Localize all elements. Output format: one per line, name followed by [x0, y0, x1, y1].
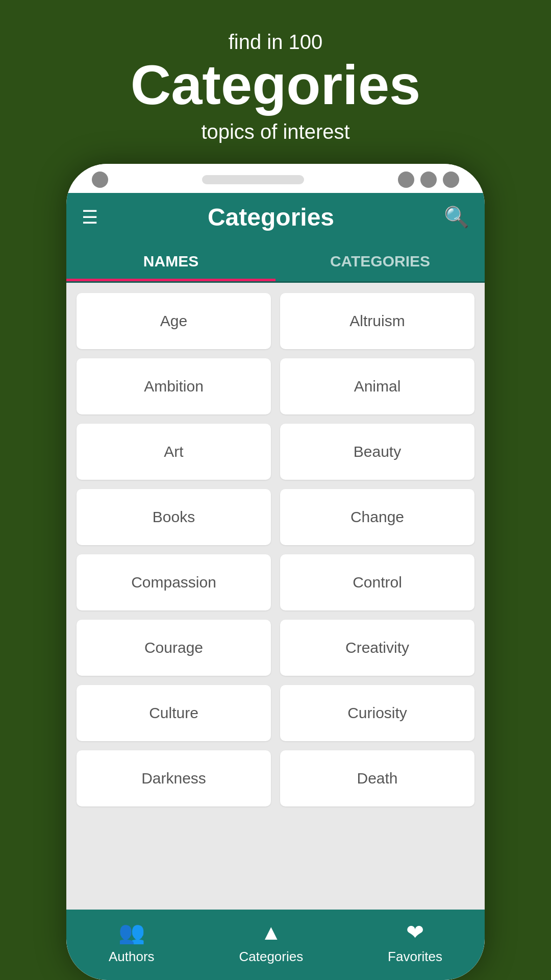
categories-nav-icon: ▲: [261, 920, 282, 945]
app-header: ☰ Categories 🔍: [66, 193, 485, 241]
tab-names[interactable]: NAMES: [66, 241, 276, 281]
category-item-darkness[interactable]: Darkness: [77, 750, 271, 806]
find-text: find in 100: [10, 31, 541, 54]
nav-authors[interactable]: 👥 Authors: [109, 920, 155, 965]
search-icon[interactable]: 🔍: [444, 205, 469, 229]
category-item-courage[interactable]: Courage: [77, 620, 271, 676]
categories-big-title: Categories: [10, 54, 541, 115]
notch-left: [92, 172, 108, 188]
phone-sensor-3: [443, 172, 459, 188]
app-title: Categories: [208, 203, 334, 231]
category-item-death[interactable]: Death: [280, 750, 474, 806]
category-item-curiosity[interactable]: Curiosity: [280, 685, 474, 741]
category-item-art[interactable]: Art: [77, 424, 271, 480]
category-item-control[interactable]: Control: [280, 554, 474, 610]
tabs-bar: NAMES CATEGORIES: [66, 241, 485, 283]
favorites-label: Favorites: [388, 949, 442, 965]
bottom-nav: 👥 Authors ▲ Categories ❤ Favorites: [66, 910, 485, 980]
notch-right: [398, 172, 459, 188]
category-item-ambition[interactable]: Ambition: [77, 358, 271, 414]
category-item-culture[interactable]: Culture: [77, 685, 271, 741]
favorites-icon: ❤: [406, 920, 424, 945]
category-item-altruism[interactable]: Altruism: [280, 293, 474, 349]
phone-notch: [66, 164, 485, 193]
topics-text: topics of interest: [10, 120, 541, 143]
phone-mockup: ☰ Categories 🔍 NAMES CATEGORIES AgeAltru…: [66, 164, 485, 980]
category-item-animal[interactable]: Animal: [280, 358, 474, 414]
promo-header: find in 100 Categories topics of interes…: [0, 0, 551, 164]
category-grid: AgeAltruismAmbitionAnimalArtBeautyBooksC…: [77, 293, 474, 806]
hamburger-icon[interactable]: ☰: [82, 207, 98, 228]
category-item-age[interactable]: Age: [77, 293, 271, 349]
phone-speaker: [202, 175, 304, 184]
authors-icon: 👥: [118, 920, 145, 945]
category-item-creativity[interactable]: Creativity: [280, 620, 474, 676]
authors-label: Authors: [109, 949, 155, 965]
nav-favorites[interactable]: ❤ Favorites: [388, 920, 442, 965]
phone-sensor-2: [420, 172, 437, 188]
category-item-change[interactable]: Change: [280, 489, 474, 545]
content-area: AgeAltruismAmbitionAnimalArtBeautyBooksC…: [66, 283, 485, 910]
categories-nav-label: Categories: [239, 949, 303, 965]
phone-sensor-1: [398, 172, 414, 188]
tab-categories[interactable]: CATEGORIES: [276, 241, 485, 281]
phone-camera: [92, 172, 108, 188]
category-item-beauty[interactable]: Beauty: [280, 424, 474, 480]
nav-categories[interactable]: ▲ Categories: [239, 920, 303, 965]
category-item-compassion[interactable]: Compassion: [77, 554, 271, 610]
category-item-books[interactable]: Books: [77, 489, 271, 545]
